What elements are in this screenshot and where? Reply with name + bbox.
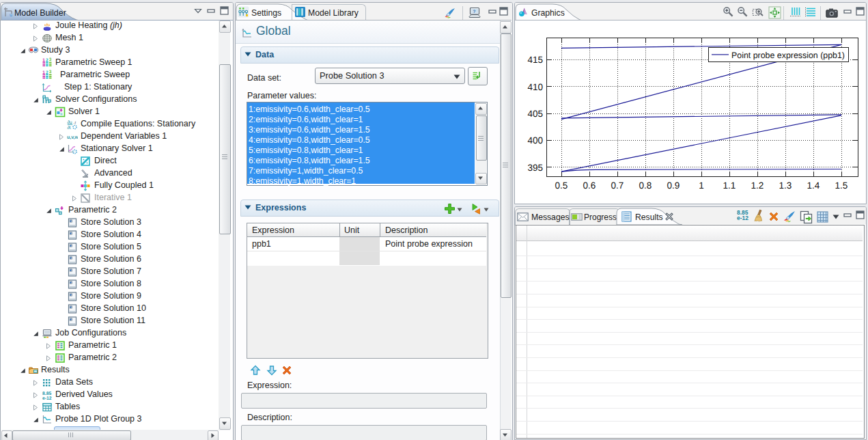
svg-text:1.5: 1.5 [835,180,848,191]
svg-text:0.5: 0.5 [555,180,568,191]
svg-text:1.3: 1.3 [779,180,792,191]
svg-text:1.1: 1.1 [723,180,736,191]
svg-text:u,v,w: u,v,w [67,135,78,140]
svg-text:e-12: e-12 [42,396,52,401]
svg-text:0.6: 0.6 [583,180,596,191]
svg-text:400: 400 [527,135,543,146]
svg-text:0.8: 0.8 [639,180,652,191]
svg-text:?: ? [473,10,476,14]
svg-text:1.4: 1.4 [807,180,820,191]
svg-text:3: 3 [49,70,52,74]
svg-text:415: 415 [527,55,543,65]
svg-text:405: 405 [527,109,543,119]
svg-text:2: 2 [46,70,48,75]
svg-text:u: u [10,13,12,18]
svg-text:1.2: 1.2 [751,180,764,191]
svg-text:1: 1 [699,180,704,191]
svg-text:395: 395 [527,163,543,173]
svg-text:410: 410 [527,82,543,92]
svg-text:∂t: ∂t [68,126,71,130]
svg-text:0.9: 0.9 [667,180,680,191]
svg-text:Point probe expression (ppb1): Point probe expression (ppb1) [731,51,845,60]
svg-text:8.85: 8.85 [42,391,51,396]
svg-text:2: 2 [46,58,48,63]
svg-text:0.7: 0.7 [611,180,624,191]
svg-text:3: 3 [49,57,52,62]
